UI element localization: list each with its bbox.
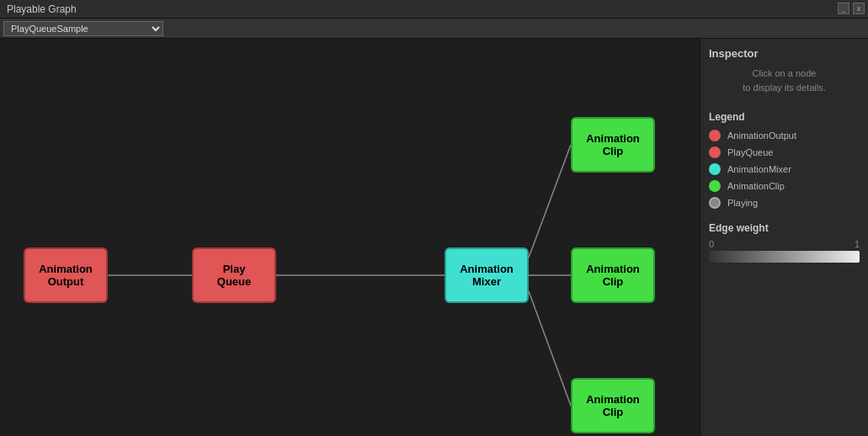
app-title: Playable Graph bbox=[7, 3, 77, 15]
graph-edges-svg bbox=[0, 39, 700, 436]
edge-weight-min: 0 bbox=[709, 239, 714, 249]
svg-line-4 bbox=[529, 291, 571, 406]
edge-weight-section: Edge weight 0 1 bbox=[709, 222, 860, 263]
legend-item-playqueue: PlayQueue bbox=[709, 146, 860, 158]
legend-section: Legend AnimationOutput PlayQueue Animati… bbox=[709, 111, 860, 209]
inspector-hint: Click on a node to display its details. bbox=[709, 66, 860, 94]
node-play-queue[interactable]: Play Queue bbox=[192, 247, 276, 303]
main-area: Animation Output Play Queue Animation Mi… bbox=[0, 39, 868, 436]
toolbar: PlayQueueSample bbox=[0, 19, 868, 39]
svg-line-2 bbox=[529, 145, 571, 258]
node-animation-clip-mid[interactable]: Animation Clip bbox=[571, 247, 655, 303]
graph-area[interactable]: Animation Output Play Queue Animation Mi… bbox=[0, 39, 700, 436]
legend-label-playing: Playing bbox=[727, 198, 758, 208]
legend-dot-animoutput bbox=[709, 130, 721, 141]
legend-label-playqueue: PlayQueue bbox=[727, 147, 773, 157]
legend-item-animoutput: AnimationOutput bbox=[709, 130, 860, 141]
edge-weight-max: 1 bbox=[855, 239, 860, 249]
legend-item-animclip: AnimationClip bbox=[709, 180, 860, 192]
legend-dot-playing bbox=[709, 197, 721, 209]
close-button[interactable]: x bbox=[853, 3, 865, 14]
legend-item-playing: Playing bbox=[709, 197, 860, 209]
legend-dot-animixer bbox=[709, 163, 721, 175]
edge-weight-labels: 0 1 bbox=[709, 239, 860, 249]
legend-label-animoutput: AnimationOutput bbox=[727, 130, 796, 141]
inspector-title: Inspector bbox=[709, 47, 860, 60]
title-bar: Playable Graph _ x bbox=[0, 0, 868, 19]
inspector-panel: Inspector Click on a node to display its… bbox=[700, 39, 868, 436]
node-animation-mixer[interactable]: Animation Mixer bbox=[445, 247, 529, 303]
legend-dot-animclip bbox=[709, 180, 721, 192]
legend-title: Legend bbox=[709, 111, 860, 123]
legend-label-animixer: AnimationMixer bbox=[727, 164, 791, 174]
legend-item-animixer: AnimationMixer bbox=[709, 163, 860, 175]
node-animation-clip-bot[interactable]: Animation Clip bbox=[571, 378, 655, 433]
edge-weight-bar bbox=[709, 251, 860, 263]
legend-label-animclip: AnimationClip bbox=[727, 181, 785, 191]
window-controls: _ x bbox=[838, 3, 865, 14]
node-animation-output[interactable]: Animation Output bbox=[24, 247, 108, 303]
edge-weight-title: Edge weight bbox=[709, 222, 860, 234]
minimize-button[interactable]: _ bbox=[838, 3, 849, 14]
node-animation-clip-top[interactable]: Animation Clip bbox=[571, 117, 655, 173]
graph-selector[interactable]: PlayQueueSample bbox=[3, 21, 163, 36]
legend-dot-playqueue bbox=[709, 146, 721, 158]
